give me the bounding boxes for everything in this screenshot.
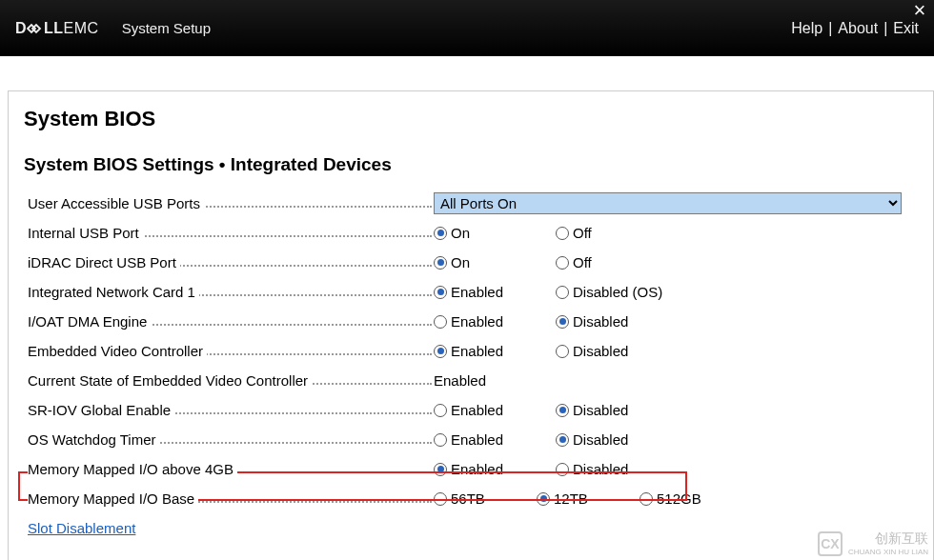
radio-mmio-base-512gb[interactable]: 512GB bbox=[640, 490, 701, 507]
radio-icon bbox=[434, 315, 447, 329]
radio-internal-usb-off[interactable]: Off bbox=[556, 225, 689, 241]
exit-link[interactable]: Exit bbox=[893, 20, 919, 37]
setting-label: Embedded Video Controller bbox=[28, 343, 207, 359]
setting-label: Current State of Embedded Video Controll… bbox=[28, 372, 312, 389]
video-state-value: Enabled bbox=[434, 372, 486, 389]
radio-internal-usb-on[interactable]: On bbox=[434, 225, 538, 241]
value-cell: Enabled Disabled bbox=[432, 461, 914, 477]
radio-label: Enabled bbox=[451, 343, 503, 359]
label-cell: Memory Mapped I/O above 4GB bbox=[28, 461, 432, 477]
slot-disablement-link[interactable]: Slot Disablement bbox=[28, 520, 135, 536]
radio-label: On bbox=[451, 254, 470, 270]
brand-logo: DLLEMC bbox=[15, 20, 99, 37]
radio-label: On bbox=[451, 225, 470, 241]
radio-idrac-usb-on[interactable]: On bbox=[434, 254, 538, 270]
topbar-left: DLLEMC System Setup bbox=[15, 20, 211, 37]
about-link[interactable]: About bbox=[838, 20, 878, 37]
help-link[interactable]: Help bbox=[791, 20, 822, 37]
radio-sriov-disabled[interactable]: Disabled bbox=[556, 402, 689, 418]
value-cell: All Ports On bbox=[432, 192, 914, 214]
radio-icon bbox=[434, 345, 447, 358]
usb-ports-select[interactable]: All Ports On bbox=[434, 192, 902, 214]
value-cell: Enabled bbox=[432, 372, 914, 389]
label-cell: Memory Mapped I/O Base bbox=[28, 490, 432, 507]
row-sriov: SR-IOV Global Enable Enabled Disabled bbox=[28, 395, 914, 425]
radio-mmio-base-56tb[interactable]: 56TB bbox=[434, 490, 519, 507]
value-cell: Enabled Disabled bbox=[432, 343, 914, 359]
radio-sriov-enabled[interactable]: Enabled bbox=[434, 402, 538, 418]
close-button[interactable]: × bbox=[907, 0, 932, 19]
radio-label: Disabled bbox=[573, 402, 628, 418]
radio-label: 512GB bbox=[657, 490, 701, 507]
setting-label: SR-IOV Global Enable bbox=[28, 402, 174, 418]
radio-icon bbox=[640, 492, 653, 506]
row-ioat: I/OAT DMA Engine Enabled Disabled bbox=[28, 307, 914, 336]
radio-label: 56TB bbox=[451, 490, 485, 507]
label-cell: Integrated Network Card 1 bbox=[28, 284, 432, 300]
app-title: System Setup bbox=[122, 20, 211, 36]
row-usb-ports: User Accessible USB Ports All Ports On bbox=[28, 189, 914, 218]
radio-label: Enabled bbox=[451, 402, 503, 418]
radio-icon bbox=[434, 227, 447, 240]
value-cell: On Off bbox=[432, 254, 914, 270]
radio-icon bbox=[556, 286, 569, 299]
radio-nic1-disabled[interactable]: Disabled (OS) bbox=[556, 284, 689, 300]
settings-list: User Accessible USB Ports All Ports On I… bbox=[20, 185, 922, 549]
setting-label: Memory Mapped I/O above 4GB bbox=[28, 461, 237, 477]
value-cell: Enabled Disabled bbox=[432, 402, 914, 418]
label-cell: Internal USB Port bbox=[28, 225, 432, 241]
row-mmio-4gb: Memory Mapped I/O above 4GB Enabled Disa… bbox=[28, 454, 914, 484]
panel: System BIOS System BIOS Settings • Integ… bbox=[8, 90, 934, 560]
row-nic1: Integrated Network Card 1 Enabled Disabl… bbox=[28, 277, 914, 307]
setting-label: I/OAT DMA Engine bbox=[28, 313, 151, 330]
radio-label: Off bbox=[573, 254, 592, 270]
radio-watchdog-disabled[interactable]: Disabled bbox=[556, 431, 689, 448]
setting-label: Internal USB Port bbox=[28, 225, 143, 241]
label-cell: iDRAC Direct USB Port bbox=[28, 254, 432, 270]
radio-mmio4gb-disabled[interactable]: Disabled bbox=[556, 461, 689, 477]
value-cell: 56TB 12TB 512GB bbox=[432, 490, 914, 507]
watermark: CX 创新互联 CHUANG XIN HU LIAN bbox=[818, 530, 928, 556]
label-cell: Current State of Embedded Video Controll… bbox=[28, 372, 432, 389]
radio-video-disabled[interactable]: Disabled bbox=[556, 343, 689, 359]
radio-label: Enabled bbox=[451, 284, 503, 300]
value-cell: Enabled Disabled bbox=[432, 431, 914, 448]
watermark-line1: 创新互联 bbox=[848, 530, 928, 548]
radio-icon bbox=[434, 463, 447, 476]
radio-icon bbox=[556, 404, 569, 417]
radio-nic1-enabled[interactable]: Enabled bbox=[434, 284, 538, 300]
row-video: Embedded Video Controller Enabled Disabl… bbox=[28, 336, 914, 366]
row-watchdog: OS Watchdog Timer Enabled Disabled bbox=[28, 425, 914, 454]
radio-icon bbox=[556, 227, 569, 240]
radio-label: Disabled bbox=[573, 431, 628, 448]
label-cell: OS Watchdog Timer bbox=[28, 431, 432, 448]
radio-idrac-usb-off[interactable]: Off bbox=[556, 254, 689, 270]
radio-icon bbox=[556, 433, 569, 447]
radio-label: 12TB bbox=[554, 490, 588, 507]
row-slot-disablement: Slot Disablement bbox=[28, 513, 914, 543]
topbar-nav: Help | About | Exit bbox=[791, 20, 919, 37]
radio-video-enabled[interactable]: Enabled bbox=[434, 343, 538, 359]
watermark-text: 创新互联 CHUANG XIN HU LIAN bbox=[848, 530, 928, 556]
radio-icon bbox=[556, 315, 569, 329]
row-mmio-base: Memory Mapped I/O Base 56TB 12TB 512GB bbox=[28, 484, 914, 513]
radio-icon bbox=[556, 463, 569, 476]
radio-mmio4gb-enabled[interactable]: Enabled bbox=[434, 461, 538, 477]
setting-label: User Accessible USB Ports bbox=[28, 195, 204, 211]
watermark-logo-icon: CX bbox=[818, 531, 843, 556]
row-video-state: Current State of Embedded Video Controll… bbox=[28, 366, 914, 395]
value-cell: Enabled Disabled (OS) bbox=[432, 284, 914, 300]
panel-title: System BIOS bbox=[20, 91, 922, 141]
radio-icon bbox=[434, 492, 447, 506]
nav-separator: | bbox=[828, 20, 832, 37]
value-cell: On Off bbox=[432, 225, 914, 241]
nav-separator: | bbox=[883, 20, 887, 37]
radio-watchdog-enabled[interactable]: Enabled bbox=[434, 431, 538, 448]
radio-label: Disabled bbox=[573, 461, 628, 477]
radio-mmio-base-12tb[interactable]: 12TB bbox=[537, 490, 622, 507]
page-body: System BIOS System BIOS Settings • Integ… bbox=[0, 56, 934, 560]
breadcrumb: System BIOS Settings • Integrated Device… bbox=[20, 141, 922, 185]
value-cell: Enabled Disabled bbox=[432, 313, 914, 330]
radio-ioat-enabled[interactable]: Enabled bbox=[434, 313, 538, 330]
radio-ioat-disabled[interactable]: Disabled bbox=[556, 313, 689, 330]
